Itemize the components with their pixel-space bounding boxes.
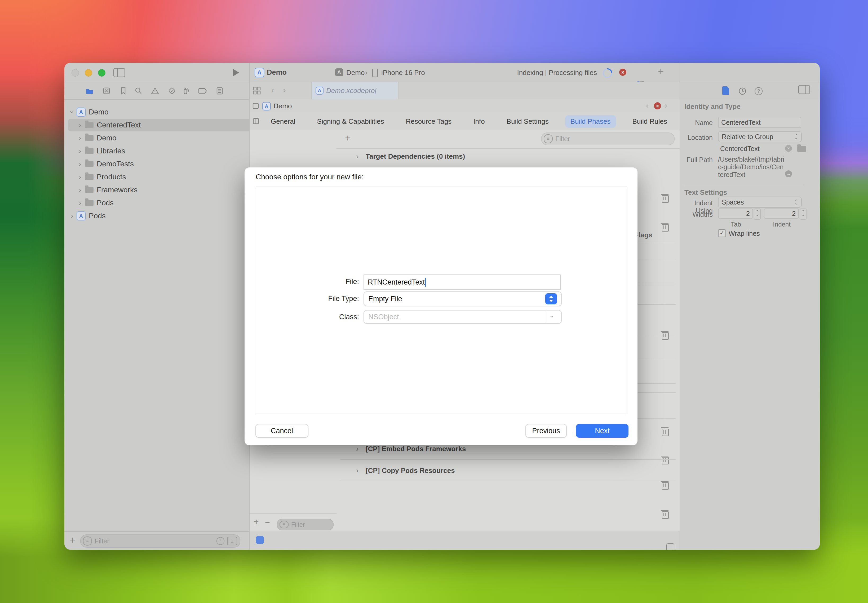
class-placeholder: NSObject: [368, 313, 399, 321]
file-type-popup[interactable]: Empty File: [364, 291, 562, 306]
next-label: Next: [595, 427, 610, 435]
combo-chevron-icon: [546, 311, 557, 323]
text-caret: [425, 278, 426, 287]
popup-stepper-icon: [545, 293, 557, 305]
cancel-label: Cancel: [271, 427, 293, 435]
file-type-value: Empty File: [368, 295, 402, 303]
class-label: Class:: [297, 313, 359, 321]
cancel-button[interactable]: Cancel: [255, 424, 308, 438]
previous-label: Previous: [532, 427, 560, 435]
previous-button[interactable]: Previous: [525, 424, 567, 438]
new-file-options-sheet: Choose options for your new file: File: …: [244, 167, 637, 445]
next-button[interactable]: Next: [576, 424, 628, 438]
file-name-input[interactable]: RTNCenteredText: [364, 274, 561, 290]
file-name-value: RTNCenteredText: [368, 278, 425, 286]
class-combo[interactable]: NSObject: [364, 310, 562, 324]
file-label: File:: [297, 278, 359, 286]
file-type-label: File Type:: [297, 295, 359, 303]
sheet-title: Choose options for your new file:: [256, 173, 364, 181]
xcode-window: Demo Demo › iPhone 16 Pro Indexing | Pro…: [64, 63, 820, 550]
